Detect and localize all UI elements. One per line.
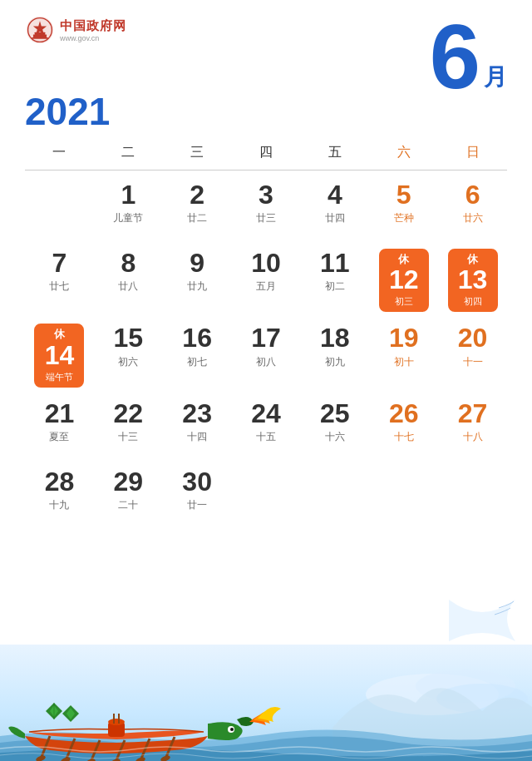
header: 中国政府网 www.gov.cn 6 月 [25, 0, 507, 97]
svg-rect-4 [35, 32, 46, 36]
rest-lunar-13: 初四 [464, 295, 482, 308]
day-lunar-8: 廿八 [118, 279, 138, 294]
weekday-sun: 日 [438, 141, 507, 165]
gov-emblem-icon [25, 15, 55, 45]
day-lunar-19: 初十 [394, 355, 414, 369]
day-cell-21: 21 夏至 [25, 394, 94, 459]
day-cell-16: 16 初七 [163, 319, 232, 390]
calendar-container: 中国政府网 www.gov.cn 6 月 2021 一 二 三 四 五 六 日 … [0, 0, 532, 645]
svg-point-11 [230, 728, 234, 731]
bottom-decoration [0, 645, 532, 761]
day-empty-e4 [438, 462, 507, 527]
paper-curl-decoration [449, 600, 515, 645]
day-cell-11: 11 初二 [300, 244, 369, 315]
day-lunar-15: 初六 [118, 355, 138, 369]
weekday-wed: 三 [163, 141, 232, 165]
day-number-18: 18 [320, 324, 350, 353]
day-cell-7: 7 廿七 [25, 244, 94, 315]
weekday-mon: 一 [25, 141, 94, 165]
paper-curl-icon [449, 600, 515, 641]
day-number-23: 23 [182, 399, 212, 428]
day-number-16: 16 [182, 324, 212, 353]
day-cell-30: 30 廿一 [163, 462, 232, 527]
rest-lunar-12: 初三 [395, 295, 413, 308]
logo-text-area: 中国政府网 www.gov.cn [60, 18, 126, 42]
day-lunar-9: 廿九 [187, 279, 207, 294]
day-number-4: 4 [328, 180, 342, 210]
day-lunar-27: 十八 [463, 430, 483, 444]
rest-label-14: 休 [54, 329, 65, 340]
day-number-15: 15 [113, 324, 143, 353]
month-suffix: 月 [484, 66, 507, 89]
day-number-28: 28 [45, 467, 75, 497]
day-cell-20: 20 十一 [438, 319, 507, 390]
day-cell-19: 19 初十 [369, 319, 438, 390]
day-cell-3: 3 廿三 [232, 175, 301, 240]
day-cell-10: 10 五月 [232, 244, 301, 315]
day-number-10: 10 [251, 249, 281, 278]
rest-day-13: 13 [458, 265, 488, 294]
rest-lunar-14: 端午节 [46, 371, 73, 383]
day-cell-27: 27 十八 [438, 394, 507, 459]
day-lunar-21: 夏至 [49, 430, 69, 444]
day-lunar-7: 廿七 [49, 279, 69, 294]
month-number: 6 [430, 15, 480, 97]
day-number-5: 5 [397, 180, 411, 210]
calendar-grid: 1 儿童节 2 廿二 3 廿三 4 廿四 5 芒种 6 廿六 [25, 175, 507, 527]
day-number-2: 2 [190, 180, 204, 210]
logo-title: 中国政府网 [60, 18, 126, 34]
day-lunar-4: 廿四 [325, 211, 345, 225]
day-lunar-26: 十七 [394, 430, 414, 444]
day-number-11: 11 [320, 249, 350, 278]
day-empty-e1 [232, 462, 301, 527]
svg-point-25 [108, 719, 125, 725]
day-cell-5: 5 芒种 [369, 175, 438, 240]
day-number-17: 17 [251, 324, 281, 353]
day-cell-17: 17 初八 [232, 319, 301, 390]
day-cell-2: 2 廿二 [163, 175, 232, 240]
day-cell-4: 4 廿四 [300, 175, 369, 240]
day-cell-15: 15 初六 [94, 319, 163, 390]
day-lunar-5: 芒种 [394, 211, 414, 225]
day-lunar-29: 二十 [118, 498, 138, 512]
day-cell-24: 24 十五 [232, 394, 301, 459]
day-lunar-28: 十九 [49, 498, 69, 512]
rest-day-12: 12 [389, 265, 419, 294]
day-lunar-30: 廿一 [187, 498, 207, 512]
day-cell-29: 29 二十 [94, 462, 163, 527]
day-number-22: 22 [113, 399, 143, 428]
day-cell-14: 休 14 端午节 [25, 319, 94, 390]
day-number-24: 24 [251, 399, 281, 428]
day-cell-18: 18 初九 [300, 319, 369, 390]
day-number-21: 21 [45, 399, 75, 428]
day-empty-e3 [369, 462, 438, 527]
day-number-1: 1 [121, 180, 135, 210]
day-number-6: 6 [466, 180, 480, 210]
day-lunar-2: 廿二 [187, 211, 207, 225]
rest-label-13: 休 [467, 254, 478, 265]
day-empty-e2 [300, 462, 369, 527]
day-number-20: 20 [458, 324, 488, 353]
day-lunar-17: 初八 [256, 355, 276, 369]
day-number-3: 3 [259, 180, 273, 210]
day-number-27: 27 [458, 399, 488, 428]
weekdays-header: 一 二 三 四 五 六 日 [25, 141, 507, 170]
day-number-8: 8 [121, 249, 135, 278]
day-lunar-24: 十五 [256, 430, 276, 444]
month-display: 6 月 [430, 15, 507, 97]
day-lunar-10: 五月 [256, 279, 276, 294]
day-number-25: 25 [320, 399, 350, 428]
rest-box-12: 休 12 初三 [379, 249, 429, 312]
dragon-scene-icon [0, 645, 532, 761]
day-cell-13: 休 13 初四 [438, 244, 507, 315]
day-cell-6: 6 廿六 [438, 175, 507, 240]
day-number-19: 19 [389, 324, 419, 353]
day-number-7: 7 [52, 249, 67, 278]
day-lunar-11: 初二 [325, 279, 345, 294]
day-cell-22: 22 十三 [94, 394, 163, 459]
day-cell-9: 9 廿九 [163, 244, 232, 315]
svg-rect-5 [32, 37, 48, 39]
day-cell-25: 25 十六 [300, 394, 369, 459]
weekday-thu: 四 [232, 141, 301, 165]
logo-url: www.gov.cn [60, 34, 126, 42]
